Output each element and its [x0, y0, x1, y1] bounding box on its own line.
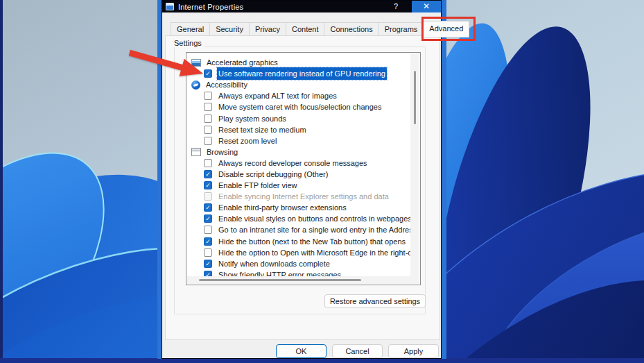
internet-properties-icon [166, 3, 174, 10]
settings-list-rows: Accelerated graphics✓Use software render… [187, 53, 410, 276]
tab-strip: GeneralSecurityPrivacyContentConnections… [171, 20, 469, 36]
settings-group-label: Settings [171, 39, 204, 47]
internet-properties-dialog: Internet Properties ? ✕ GeneralSecurityP… [157, 0, 446, 359]
tab-label: Security [216, 25, 243, 33]
checkbox[interactable] [204, 103, 212, 111]
checkbox[interactable]: ✓ [204, 69, 212, 78]
screenshot-canvas: Internet Properties ? ✕ GeneralSecurityP… [0, 0, 644, 363]
checkbox[interactable]: ✓ [204, 237, 212, 246]
settings-option-row[interactable]: Reset text size to medium [187, 124, 410, 135]
checkbox[interactable] [204, 226, 212, 234]
settings-option-row[interactable]: Reset zoom level [187, 135, 410, 146]
settings-option-row[interactable]: Move system caret with focus/selection c… [187, 101, 410, 112]
checkbox[interactable] [204, 192, 212, 201]
tab-security[interactable]: Security [209, 22, 250, 36]
checkbox[interactable]: ✓ [204, 260, 212, 268]
tab-content[interactable]: Content [286, 22, 325, 36]
apply-button[interactable]: Apply [388, 344, 439, 358]
titlebar[interactable]: Internet Properties ? ✕ [162, 1, 441, 12]
vertical-scrollbar-thumb[interactable] [414, 71, 416, 124]
checkbox[interactable] [204, 137, 212, 145]
settings-option-row[interactable]: ✓Use software rendering instead of GPU r… [187, 68, 410, 79]
vertical-scrollbar[interactable] [410, 53, 419, 276]
tab-privacy[interactable]: Privacy [249, 22, 286, 36]
settings-group-row: Browsing [187, 146, 410, 158]
option-label: Show friendly HTTP error messages [217, 269, 342, 276]
tab-connections[interactable]: Connections [324, 22, 378, 36]
tab-advanced[interactable]: Advanced [423, 21, 469, 37]
settings-option-row[interactable]: Play system sounds [187, 112, 410, 124]
tab-label: General [177, 25, 204, 33]
settings-option-row[interactable]: ✓Enable visual styles on buttons and con… [187, 213, 410, 224]
settings-option-row[interactable]: Enable syncing Internet Explorer setting… [187, 191, 410, 202]
tab-label: Programs [385, 25, 418, 33]
settings-list: Accelerated graphics✓Use software render… [186, 52, 421, 285]
checkbox[interactable] [204, 115, 212, 123]
checkbox[interactable]: ✓ [204, 203, 212, 212]
settings-option-row[interactable]: ✓Disable script debugging (Other) [187, 169, 410, 180]
browsing-icon [191, 148, 201, 156]
checkbox[interactable]: ✓ [204, 181, 212, 189]
settings-option-row[interactable]: Go to an intranet site for a single word… [187, 224, 410, 235]
settings-option-row[interactable]: ✓Enable FTP folder view [187, 180, 410, 191]
accessibility-icon [191, 81, 200, 90]
ok-button[interactable]: OK [276, 344, 327, 358]
checkbox[interactable]: ✓ [204, 214, 212, 223]
checkbox[interactable] [204, 126, 212, 134]
tab-general[interactable]: General [171, 22, 210, 36]
help-button[interactable]: ? [387, 1, 405, 12]
close-button[interactable]: ✕ [412, 1, 441, 12]
horizontal-scrollbar[interactable] [187, 276, 419, 284]
settings-option-row[interactable]: ✓Hide the button (next to the New Tab bu… [187, 236, 410, 247]
restore-advanced-settings-button[interactable]: Restore advanced settings [324, 294, 426, 308]
checkbox[interactable]: ✓ [204, 170, 212, 178]
settings-option-row[interactable]: Always expand ALT text for images [187, 90, 410, 101]
cancel-button[interactable]: Cancel [332, 344, 383, 358]
settings-option-row[interactable]: ✓Show friendly HTTP error messages [187, 269, 410, 276]
settings-group-row: Accessibility [187, 79, 410, 90]
settings-option-row[interactable]: ✓Notify when downloads complete [187, 258, 410, 269]
tab-label: Connections [330, 25, 372, 33]
graphics-icon [191, 59, 201, 67]
settings-option-row[interactable]: ✓Enable third-party browser extensions [187, 202, 410, 213]
checkbox[interactable]: ✓ [204, 271, 212, 276]
tab-label: Privacy [255, 25, 280, 33]
settings-group-row: Accelerated graphics [187, 57, 410, 68]
tab-programs[interactable]: Programs [378, 22, 424, 36]
checkbox[interactable] [204, 159, 212, 167]
window-title: Internet Properties [178, 3, 243, 11]
dialog-body: Internet Properties ? ✕ GeneralSecurityP… [162, 0, 442, 359]
horizontal-scrollbar-thumb[interactable] [199, 279, 361, 281]
settings-option-row[interactable]: Always record developer console messages [187, 158, 410, 169]
checkbox[interactable] [204, 92, 212, 100]
tab-label: Advanced [429, 24, 463, 33]
settings-option-row[interactable]: Hide the option to Open with Microsoft E… [187, 247, 410, 258]
checkbox[interactable] [204, 248, 212, 257]
tab-label: Content [292, 25, 319, 33]
